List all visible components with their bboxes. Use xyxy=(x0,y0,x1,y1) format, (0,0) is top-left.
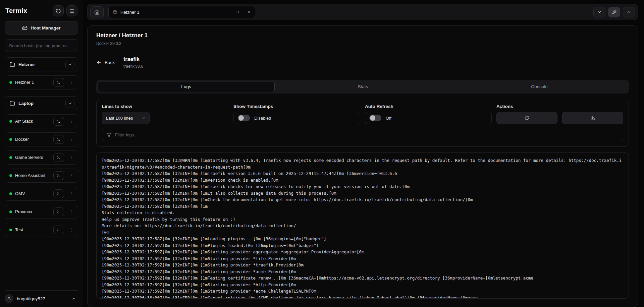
hamburger-icon xyxy=(69,8,75,14)
actions-control: Actions xyxy=(496,104,623,124)
host-manager-label: Host Manager xyxy=(31,25,60,30)
lines-label: Lines to show xyxy=(102,104,229,109)
host-item[interactable]: Game Servers xyxy=(5,150,78,165)
host-manager-button[interactable]: Host Manager xyxy=(5,21,78,35)
refresh-logs-button[interactable] xyxy=(496,112,557,124)
status-dot xyxy=(9,210,12,213)
host-group-hetzner: Hetzner Hetzner 1 xyxy=(5,57,78,89)
split-view-button[interactable] xyxy=(234,8,242,16)
sidebar-header: Termix xyxy=(5,4,78,21)
host-menu-button[interactable] xyxy=(67,78,75,87)
back-button[interactable]: Back xyxy=(96,60,115,65)
terminal-button[interactable] xyxy=(53,207,64,216)
host-menu-button[interactable] xyxy=(67,226,75,234)
docker-version: Docker 29.0.2 xyxy=(96,41,629,46)
autorefresh-toggle[interactable] xyxy=(369,115,381,121)
group-header[interactable]: Hetzner xyxy=(5,57,78,71)
container-icon xyxy=(113,10,117,14)
tab-hetzner-1[interactable]: Hetzner 1 xyxy=(108,6,256,18)
reload-icon xyxy=(56,8,61,14)
terminal-icon xyxy=(57,210,61,214)
terminal-button[interactable] xyxy=(53,226,64,234)
home-icon xyxy=(94,9,100,15)
terminal-button[interactable] xyxy=(53,135,64,144)
host-name: Home Assistant xyxy=(15,173,45,179)
kebab-icon xyxy=(69,119,73,124)
home-button[interactable] xyxy=(90,6,104,18)
terminal-icon xyxy=(57,174,61,178)
lines-select[interactable]: Last 100 lines xyxy=(102,112,150,124)
split-icon xyxy=(236,10,240,14)
collapse-button[interactable] xyxy=(593,7,605,17)
status-dot xyxy=(9,229,12,231)
terminal-icon xyxy=(57,137,61,141)
timestamps-box: Disabled xyxy=(233,112,360,124)
search-input[interactable] xyxy=(5,39,78,52)
chevron-down-icon xyxy=(68,101,72,106)
autorefresh-value: Off xyxy=(386,116,391,121)
download-logs-button[interactable] xyxy=(562,112,623,124)
terminal-button[interactable] xyxy=(53,153,64,162)
close-tab-button[interactable] xyxy=(245,8,253,16)
kebab-icon xyxy=(69,209,73,214)
terminal-button[interactable] xyxy=(53,171,64,180)
host-groups: Hetzner Hetzner 1 xyxy=(5,57,78,290)
host-item[interactable]: Hetzner 1 xyxy=(5,75,78,89)
kebab-icon xyxy=(69,80,73,85)
filter-input[interactable] xyxy=(115,132,619,137)
group-name: Hetzner xyxy=(18,62,35,67)
tab-logs[interactable]: Logs xyxy=(98,81,275,92)
back-label: Back xyxy=(105,60,115,65)
sidebar-footer[interactable]: bugattiguy527 xyxy=(5,290,78,303)
timestamps-toggle[interactable] xyxy=(238,115,250,121)
log-line: [90m2025-12-30T02:17:59Z[0m [32mINF[0m [… xyxy=(102,275,624,282)
host-item[interactable]: Proxmox xyxy=(5,205,78,219)
host-menu-button[interactable] xyxy=(67,171,75,180)
terminal-button[interactable] xyxy=(53,189,64,198)
close-icon xyxy=(247,10,251,14)
download-icon xyxy=(590,116,595,120)
host-menu-button[interactable] xyxy=(67,189,75,198)
terminal-button[interactable] xyxy=(53,117,64,126)
log-line: [90m2025-12-30T02:17:58Z[0m [32mINF[0m [… xyxy=(102,190,624,197)
host-item[interactable]: Arr Stack xyxy=(5,114,78,128)
log-line: [90m2025-12-30T02:17:59Z[0m [32mINF[0m [… xyxy=(102,242,624,249)
reload-button[interactable] xyxy=(53,5,64,16)
chevron-up-icon xyxy=(627,10,631,14)
host-menu-button[interactable] xyxy=(67,117,75,126)
host-item[interactable]: Home Assistant xyxy=(5,169,78,183)
actions-label: Actions xyxy=(496,104,623,109)
host-menu-button[interactable] xyxy=(67,153,75,162)
host-name: Proxmox xyxy=(15,209,32,215)
log-line: [90m2025-12-30T02:17:58Z[0m [32mINF[0m [… xyxy=(102,196,624,203)
host-name: Hetzner 1 xyxy=(15,80,34,85)
tab-stats[interactable]: Stats xyxy=(275,81,451,92)
tab-console[interactable]: Console xyxy=(451,81,628,92)
log-line: [90m2025-12-30T02:17:59Z[0m [32mINF[0m [… xyxy=(102,282,624,288)
group-collapse-button[interactable] xyxy=(65,60,74,69)
lines-control: Lines to show Last 100 lines xyxy=(102,104,229,124)
breadcrumb: Hetzner / Hetzner 1 xyxy=(96,32,629,39)
group-header[interactable]: Laptop xyxy=(5,96,78,110)
menu-button[interactable] xyxy=(66,5,77,16)
user-menu-button[interactable] xyxy=(69,294,78,303)
expand-button[interactable] xyxy=(623,7,635,17)
host-item[interactable]: Test xyxy=(5,223,78,237)
log-line: [90m2025-12-30T02:17:59Z[0m [32mINF[0m [… xyxy=(102,262,624,268)
container-name: traefik xyxy=(123,56,143,62)
log-output[interactable]: [90m2025-12-30T02:17:58Z[0m [33mWRN[0m [… xyxy=(96,152,629,299)
tools-button[interactable] xyxy=(608,7,620,17)
host-menu-button[interactable] xyxy=(67,207,75,216)
log-line: Help us improve Traefik by turning this … xyxy=(102,216,624,223)
terminal-icon xyxy=(57,192,61,196)
username: bugattiguy527 xyxy=(17,296,66,301)
status-dot xyxy=(9,120,12,123)
filter-icon xyxy=(107,133,111,137)
host-group-laptop: Laptop Arr Stack xyxy=(5,96,78,237)
terminal-button[interactable] xyxy=(53,78,64,87)
host-menu-button[interactable] xyxy=(67,135,75,144)
autorefresh-label: Auto Refresh xyxy=(365,104,492,109)
host-item[interactable]: Docker xyxy=(5,132,78,146)
host-item[interactable]: OMV xyxy=(5,187,78,201)
group-collapse-button[interactable] xyxy=(65,99,74,108)
